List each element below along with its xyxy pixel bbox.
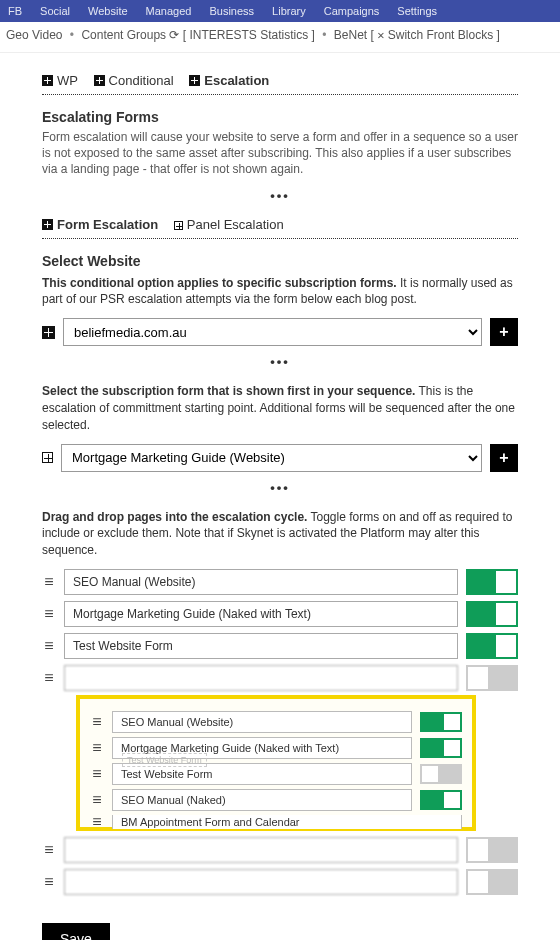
nav-library[interactable]: Library xyxy=(272,5,306,17)
list-item xyxy=(42,665,518,691)
item-toggle[interactable] xyxy=(466,837,518,863)
list-item: SEO Manual (Website) xyxy=(90,711,462,733)
list-item xyxy=(42,837,518,863)
add-website-button[interactable]: + xyxy=(490,318,518,346)
item-toggle[interactable] xyxy=(466,869,518,895)
drag-handle-icon[interactable] xyxy=(90,714,104,730)
nav-fb[interactable]: FB xyxy=(8,5,22,17)
crumb-content-groups[interactable]: Content Groups xyxy=(81,28,166,42)
list-item: Mortgage Marketing Guide (Naked with Tex… xyxy=(42,601,518,627)
subtab-form-escalation[interactable]: Form Escalation xyxy=(42,217,158,232)
crumb-video[interactable]: Video xyxy=(32,28,62,42)
section-desc: Form escalation will cause your website … xyxy=(42,129,518,178)
plus-icon xyxy=(42,326,55,339)
list-item: SEO Manual (Naked) xyxy=(90,789,462,811)
subtab-panel-escalation[interactable]: Panel Escalation xyxy=(174,217,284,232)
form-select[interactable]: Mortgage Marketing Guide (Website) xyxy=(61,444,482,472)
item-toggle[interactable] xyxy=(466,601,518,627)
crumb-statistics[interactable]: Statistics xyxy=(260,28,308,42)
drag-desc: Drag and drop pages into the escalation … xyxy=(42,509,518,559)
add-form-button[interactable]: + xyxy=(490,444,518,472)
item-label-blurred xyxy=(64,869,458,895)
nav-settings[interactable]: Settings xyxy=(397,5,437,17)
website-select[interactable]: beliefmedia.com.au xyxy=(63,318,482,346)
section-title-select-website: Select Website xyxy=(42,253,518,269)
nav-website[interactable]: Website xyxy=(88,5,128,17)
top-nav: FB Social Website Managed Business Libra… xyxy=(0,0,560,22)
plus-icon xyxy=(42,219,53,230)
ellipsis-icon: ••• xyxy=(42,354,518,369)
item-toggle[interactable] xyxy=(420,764,462,784)
list-item: BM Appointment Form and Calendar xyxy=(90,815,462,829)
item-toggle[interactable] xyxy=(466,665,518,691)
drag-ghost: Test Website Form xyxy=(122,753,207,767)
primary-tabs: WP Conditional Escalation xyxy=(42,73,518,88)
drag-handle-icon[interactable] xyxy=(90,792,104,808)
drag-handle-icon[interactable] xyxy=(42,874,56,890)
tab-conditional[interactable]: Conditional xyxy=(94,73,174,88)
crumb-geo[interactable]: Geo xyxy=(6,28,29,42)
plus-icon xyxy=(42,75,53,86)
plus-icon xyxy=(189,75,200,86)
sub-tabs: Form Escalation Panel Escalation xyxy=(42,217,518,232)
divider xyxy=(42,94,518,95)
nav-business[interactable]: Business xyxy=(209,5,254,17)
nav-managed[interactable]: Managed xyxy=(146,5,192,17)
crumb-blocks[interactable]: Blocks xyxy=(458,28,493,42)
select-website-desc: This conditional option applies to speci… xyxy=(42,275,518,309)
drag-handle-icon[interactable] xyxy=(90,766,104,782)
ellipsis-icon: ••• xyxy=(42,480,518,495)
item-label-blurred xyxy=(64,665,458,691)
crumb-switch[interactable]: Switch xyxy=(388,28,423,42)
drag-handle-icon[interactable] xyxy=(42,638,56,654)
refresh-icon[interactable]: ⟳ xyxy=(169,28,179,42)
plus-outline-icon xyxy=(42,452,53,463)
drag-handle-icon[interactable] xyxy=(42,606,56,622)
list-item: Test Website Form xyxy=(42,633,518,659)
drag-handle-icon[interactable] xyxy=(42,670,56,686)
escalation-list: SEO Manual (Website) Mortgage Marketing … xyxy=(42,569,518,895)
select-form-desc: Select the subscription form that is sho… xyxy=(42,383,518,433)
list-item xyxy=(42,869,518,895)
tab-escalation[interactable]: Escalation xyxy=(189,73,269,88)
section-title-escalating-forms: Escalating Forms xyxy=(42,109,518,125)
item-toggle[interactable] xyxy=(420,790,462,810)
item-label[interactable]: SEO Manual (Website) xyxy=(64,569,458,595)
drag-handle-icon[interactable] xyxy=(42,842,56,858)
plus-outline-icon xyxy=(174,221,183,230)
item-label[interactable]: SEO Manual (Website) xyxy=(112,711,412,733)
ellipsis-icon: ••• xyxy=(42,188,518,203)
item-label[interactable]: Test Website Form xyxy=(64,633,458,659)
item-label[interactable]: Mortgage Marketing Guide (Naked with Tex… xyxy=(64,601,458,627)
drag-popup: SEO Manual (Website) Mortgage Marketing … xyxy=(76,695,476,831)
nav-social[interactable]: Social xyxy=(40,5,70,17)
item-label[interactable]: BM Appointment Form and Calendar xyxy=(112,815,462,829)
tab-wp[interactable]: WP xyxy=(42,73,78,88)
item-label[interactable]: SEO Manual (Naked) xyxy=(112,789,412,811)
plus-icon xyxy=(94,75,105,86)
crumb-benet[interactable]: BeNet xyxy=(334,28,367,42)
shuffle-icon[interactable]: ✕ xyxy=(377,28,384,42)
crumb-interests[interactable]: INTERESTS xyxy=(190,28,257,42)
drag-handle-icon[interactable] xyxy=(42,574,56,590)
divider xyxy=(42,238,518,239)
save-button[interactable]: Save xyxy=(42,923,110,940)
item-toggle[interactable] xyxy=(420,712,462,732)
item-toggle[interactable] xyxy=(420,738,462,758)
item-label-blurred xyxy=(64,837,458,863)
crumb-front[interactable]: Front xyxy=(426,28,454,42)
item-toggle[interactable] xyxy=(466,633,518,659)
drag-handle-icon[interactable] xyxy=(90,740,104,756)
nav-campaigns[interactable]: Campaigns xyxy=(324,5,380,17)
list-item: SEO Manual (Website) xyxy=(42,569,518,595)
drag-handle-icon[interactable] xyxy=(90,815,104,829)
item-toggle[interactable] xyxy=(466,569,518,595)
breadcrumb: Geo Video • Content Groups ⟳ [ INTERESTS… xyxy=(0,22,560,53)
